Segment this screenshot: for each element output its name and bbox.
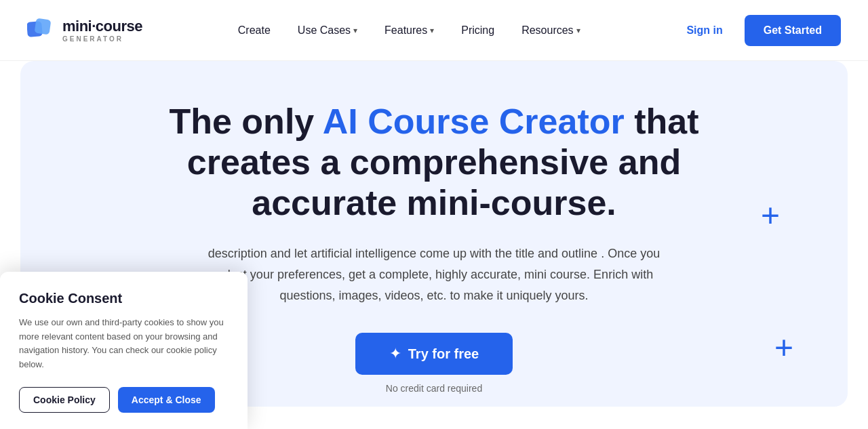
header: mini·course GENERATOR Create Use Cases ▾… xyxy=(0,0,868,61)
logo[interactable]: mini·course GENERATOR xyxy=(27,16,142,45)
logo-main-text: mini·course xyxy=(62,18,142,35)
main-nav: Create Use Cases ▾ Features ▾ Pricing Re… xyxy=(227,19,591,42)
hero-title-accent: AI Course Creator xyxy=(323,102,625,141)
cookie-consent-text: We use our own and third-party cookies t… xyxy=(19,316,229,372)
try-for-free-button[interactable]: ✦ Try for free xyxy=(355,333,513,375)
nav-resources[interactable]: Resources ▾ xyxy=(511,19,591,42)
accept-close-button[interactable]: Accept & Close xyxy=(118,387,215,413)
features-chevron-icon: ▾ xyxy=(430,26,434,35)
hero-title-part1: The only xyxy=(169,102,322,141)
logo-text: mini·course GENERATOR xyxy=(62,18,142,43)
logo-sub-text: GENERATOR xyxy=(62,35,142,43)
plus-decorator-right: + xyxy=(774,329,793,366)
get-started-button[interactable]: Get Started xyxy=(745,15,841,46)
nav-features[interactable]: Features ▾ xyxy=(374,19,445,42)
logo-icon xyxy=(27,16,56,45)
nav-create[interactable]: Create xyxy=(227,19,281,42)
cookie-consent-dialog: Cookie Consent We use our own and third-… xyxy=(0,272,248,429)
resources-chevron-icon: ▾ xyxy=(576,26,580,35)
nav-pricing[interactable]: Pricing xyxy=(450,19,505,42)
cookie-policy-button[interactable]: Cookie Policy xyxy=(19,387,110,413)
cookie-buttons: Cookie Policy Accept & Close xyxy=(19,387,229,413)
no-credit-card-text: No credit card required xyxy=(386,383,482,394)
hero-title: The only AI Course Creator that creates … xyxy=(142,102,726,223)
try-plus-icon: ✦ xyxy=(389,345,401,363)
sign-in-button[interactable]: Sign in xyxy=(675,19,733,42)
try-for-free-label: Try for free xyxy=(408,346,479,362)
plus-decorator-top-right: + xyxy=(761,197,780,234)
nav-use-cases[interactable]: Use Cases ▾ xyxy=(287,19,368,42)
hero-description: description and let artificial intellige… xyxy=(197,243,671,306)
use-cases-chevron-icon: ▾ xyxy=(353,26,357,35)
cookie-consent-title: Cookie Consent xyxy=(19,291,229,306)
header-actions: Sign in Get Started xyxy=(675,15,841,46)
svg-rect-1 xyxy=(35,18,52,35)
